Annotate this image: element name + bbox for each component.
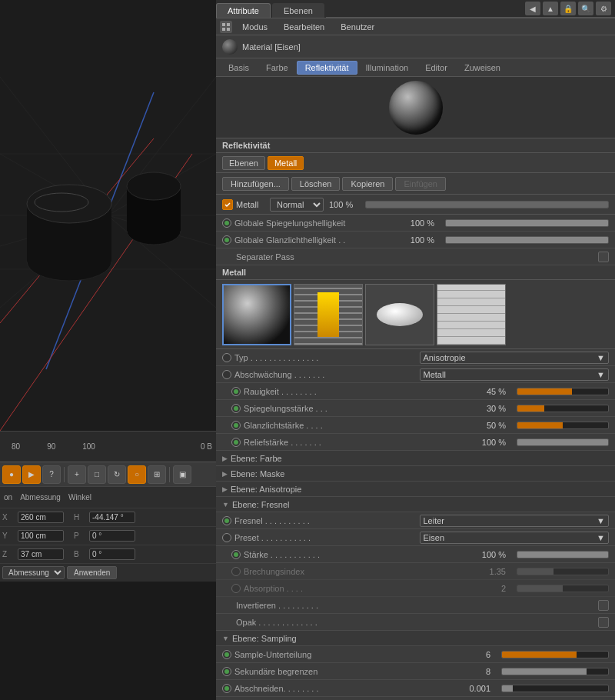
invertieren-check[interactable]	[598, 600, 609, 611]
rauigkeit-slider[interactable]	[517, 388, 609, 395]
viewport-canvas[interactable]	[0, 0, 216, 431]
prop-starke: Stärke . . . . . . . . . . . 100 %	[216, 546, 615, 563]
radio-fresnel[interactable]	[222, 516, 231, 525]
expand-ebene-fresnel[interactable]: ▼ Ebene: Fresnel	[216, 497, 615, 512]
einfugen-button[interactable]: Einfügen	[395, 177, 445, 191]
fresnel-dropdown[interactable]: Leiter ▼	[420, 515, 610, 527]
radio-starke[interactable]	[231, 550, 241, 559]
sekundare-slider[interactable]	[501, 668, 609, 675]
starke-slider[interactable]	[517, 551, 609, 558]
y-value[interactable]: 100 cm	[18, 530, 64, 542]
expand-ebene-maske[interactable]: ▶ Ebene: Maske	[216, 466, 615, 482]
apply-button[interactable]: Anwenden	[67, 566, 117, 579]
search-icon[interactable]: 🔍	[578, 2, 593, 15]
brechungsindex-value: 1.35	[471, 567, 506, 576]
scroll-content[interactable]: Reflektivität Ebenen Metall Hinzufügen..…	[216, 77, 615, 700]
radio-sample-unterteilung[interactable]	[222, 650, 231, 659]
expand-anisotropie-label: Ebene: Anisotropie	[231, 485, 301, 494]
menu-benutzer[interactable]: Benutzer	[334, 21, 381, 33]
coord-dropdown[interactable]: Abmessung	[2, 566, 65, 579]
sub-tab-editor[interactable]: Editor	[417, 61, 456, 75]
separater-pass-top-check[interactable]	[598, 252, 609, 262]
circle-btn[interactable]: ○	[128, 465, 146, 484]
thumb-oval[interactable]	[365, 284, 434, 345]
glanzlichtstarke-slider[interactable]	[517, 422, 609, 429]
h-value[interactable]: -44.147 °	[89, 512, 135, 523]
arrow-left-icon[interactable]: ◀	[525, 2, 540, 15]
abschneiden-slider[interactable]	[501, 685, 609, 692]
thumb-grid[interactable]	[437, 284, 506, 345]
svg-point-17	[27, 185, 111, 223]
p-value[interactable]: 0 °	[89, 530, 135, 542]
radio-reliefstarke[interactable]	[231, 438, 241, 447]
prop-absorption: Absorption . . . . 2	[216, 580, 615, 597]
preset-label: Preset . . . . . . . . . . .	[234, 533, 417, 542]
grid-btn[interactable]: ⊞	[148, 465, 166, 484]
record-btn[interactable]: ●	[2, 465, 21, 484]
spiegelungsstarke-value: 30 %	[471, 404, 506, 413]
tab-attribute[interactable]: Attribute	[216, 3, 271, 18]
radio-glanzlichtstarke[interactable]	[231, 421, 241, 430]
play-btn[interactable]: ▶	[22, 465, 41, 484]
spiegelungsstarke-slider[interactable]	[517, 405, 609, 412]
radio-globale-spiegelung[interactable]	[222, 218, 231, 228]
add-btn[interactable]: +	[68, 465, 86, 484]
sub-tab-illumination[interactable]: Illumination	[357, 61, 417, 75]
help-btn[interactable]: ?	[42, 465, 61, 484]
hinzufugen-button[interactable]: Hinzufügen...	[222, 177, 289, 191]
expand-ebene-anisotropie[interactable]: ▶ Ebene: Anisotropie	[216, 482, 615, 497]
fresnel-value: Leiter	[424, 516, 445, 525]
expand-ebene-sampling[interactable]: ▼ Ebene: Sampling	[216, 631, 615, 646]
thumb-stripe[interactable]	[294, 284, 363, 345]
reliefstarke-label: Reliefstärke . . . . . . .	[244, 438, 468, 447]
oval-shape	[377, 303, 423, 326]
radio-sekundare[interactable]	[222, 667, 231, 676]
layer-tab-ebenen[interactable]: Ebenen	[222, 156, 265, 170]
metall-checkbox[interactable]	[222, 199, 233, 210]
radio-abschwachung[interactable]	[222, 370, 231, 379]
x-value[interactable]: 260 cm	[18, 512, 64, 523]
typ-dropdown[interactable]: Anisotropie ▼	[420, 352, 610, 364]
thumb-sphere[interactable]	[222, 284, 291, 345]
prop-globale-glanzlicht: Globale Glanzlichthelligkeit . . 100 %	[216, 232, 615, 248]
radio-spiegelungsstarke[interactable]	[231, 404, 241, 413]
abschwachung-dropdown[interactable]: Metall ▼	[420, 368, 610, 381]
preset-dropdown[interactable]: Eisen ▼	[420, 532, 610, 544]
z-value[interactable]: 37 cm	[18, 548, 64, 560]
sample-unterteilung-slider[interactable]	[501, 651, 609, 658]
opak-check[interactable]	[598, 617, 609, 628]
sub-tab-zuweisen[interactable]: Zuweisen	[456, 61, 509, 75]
kopieren-button[interactable]: Kopieren	[342, 177, 393, 191]
sub-tab-farbe[interactable]: Farbe	[258, 61, 297, 75]
square-btn[interactable]: □	[88, 465, 106, 484]
menu-bearbeiten[interactable]: Bearbeiten	[278, 21, 331, 33]
globale-glanzlicht-slider[interactable]	[445, 236, 609, 244]
settings-icon[interactable]: ⚙	[596, 2, 611, 15]
percent-label: 100 %	[329, 200, 353, 209]
sekundare-value: 8	[456, 667, 490, 676]
radio-typ[interactable]	[222, 353, 231, 362]
radio-rauigkeit[interactable]	[231, 387, 241, 396]
layer-tab-metall[interactable]: Metall	[268, 156, 304, 170]
tab-ebenen[interactable]: Ebenen	[272, 3, 324, 18]
normal-select[interactable]: Normal	[270, 198, 324, 212]
globale-spiegelung-slider[interactable]	[445, 219, 609, 227]
frame-100: 100	[82, 442, 95, 451]
arrow-up-icon[interactable]: ▲	[543, 2, 558, 15]
radio-abschneiden[interactable]	[222, 684, 231, 693]
lock-icon[interactable]: 🔒	[560, 2, 576, 15]
rotate-btn[interactable]: ↻	[108, 465, 126, 484]
sub-tab-reflektivitat[interactable]: Reflektivität	[297, 61, 357, 75]
sample-unterteilung-label: Sample-Unterteilung	[234, 650, 453, 659]
radio-preset[interactable]	[222, 533, 231, 542]
loschen-button[interactable]: Löschen	[291, 177, 341, 191]
reliefstarke-slider[interactable]	[517, 438, 609, 446]
expand-ebene-farbe[interactable]: ▶ Ebene: Farbe	[216, 451, 615, 466]
prop-sekundare: Sekundäre begrenzen 8	[216, 663, 615, 680]
metall-slider[interactable]	[365, 201, 609, 208]
menu-modus[interactable]: Modus	[236, 21, 274, 33]
sub-tab-basis[interactable]: Basis	[220, 61, 258, 75]
clip-btn[interactable]: ▣	[173, 465, 191, 484]
radio-globale-glanzlicht[interactable]	[222, 235, 231, 245]
b-value[interactable]: 0 °	[89, 548, 135, 560]
